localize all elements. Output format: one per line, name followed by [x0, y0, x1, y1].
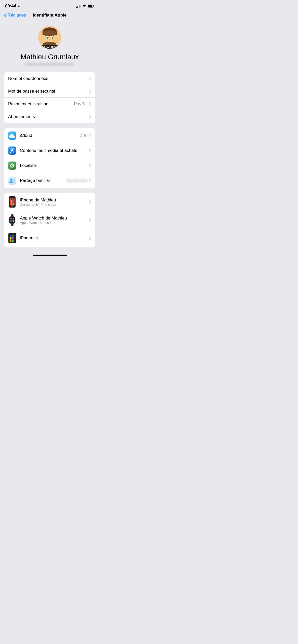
- svg-point-41: [10, 220, 12, 222]
- family-icon: [8, 177, 16, 185]
- svg-point-16: [57, 36, 60, 41]
- changer-label: CHANGER: [38, 45, 61, 49]
- home-indicator-bar: [33, 255, 67, 256]
- signal-bar-2: [77, 6, 78, 8]
- signal-bar-3: [79, 5, 79, 8]
- devices-settings-group: iPhone de Mathieu Cet appareil (iPhone 1…: [4, 193, 95, 247]
- svg-point-40: [13, 218, 14, 219]
- chevron-right-icon: [89, 218, 91, 222]
- chevron-right-icon: [89, 115, 91, 119]
- signal-bars: [76, 5, 81, 8]
- iphone-row[interactable]: iPhone de Mathieu Cet appareil (iPhone 1…: [4, 193, 95, 211]
- paiement-value: PayPal: [74, 101, 88, 107]
- svg-rect-30: [11, 203, 12, 205]
- svg-rect-31: [12, 203, 14, 205]
- profile-email: mathieu.grumiaux@icloud.com: [25, 62, 74, 66]
- chevron-right-icon: [89, 200, 91, 204]
- svg-point-15: [39, 36, 43, 41]
- svg-point-53: [12, 242, 13, 243]
- nom-row[interactable]: Nom et coordonnées: [4, 72, 95, 85]
- watch-svg: [8, 214, 16, 226]
- watch-row[interactable]: Apple Watch de Mathieu Apple Watch Serie…: [4, 211, 95, 229]
- svg-point-19: [12, 165, 13, 166]
- contenu-label: Contenu multimédia et achats: [20, 148, 89, 153]
- profile-section: CHANGER Mathieu Grumiaux mathieu.grumiau…: [0, 21, 99, 72]
- svg-rect-43: [12, 219, 13, 221]
- paiement-label: Paiement et livraison: [8, 101, 74, 107]
- svg-rect-35: [11, 224, 13, 226]
- svg-rect-33: [12, 197, 13, 197]
- family-svg: [9, 178, 15, 183]
- chevron-right-icon: [89, 149, 91, 152]
- iphone-sublabel: Cet appareil (iPhone 12): [20, 203, 89, 207]
- back-label: Réglages: [8, 13, 26, 18]
- iphone-text-group: iPhone de Mathieu Cet appareil (iPhone 1…: [20, 198, 89, 207]
- svg-rect-29: [12, 200, 14, 202]
- svg-point-42: [13, 220, 14, 222]
- chevron-right-icon: [89, 164, 91, 167]
- svg-rect-1: [94, 6, 94, 7]
- chevron-right-icon: [89, 77, 91, 80]
- svg-point-12: [52, 38, 53, 38]
- localiser-label: Localiser: [20, 163, 89, 168]
- svg-rect-47: [10, 235, 12, 237]
- services-settings-group: iCloud 2 To Contenu multimédia et achats: [4, 128, 95, 188]
- chevron-right-icon: [89, 179, 91, 182]
- contenu-row[interactable]: Contenu multimédia et achats: [4, 143, 95, 158]
- famille-value: blur text here: [67, 179, 88, 183]
- findmy-svg: [9, 163, 15, 168]
- home-indicator: [0, 252, 99, 257]
- account-settings-group: Nom et coordonnées Mot de passe et sécur…: [4, 72, 95, 123]
- chevron-right-icon: [89, 102, 91, 106]
- iphone-svg: [9, 196, 16, 208]
- icloud-value: 2 To: [79, 133, 88, 138]
- ipad-device-icon: [8, 232, 16, 244]
- profile-name: Mathieu Grumiaux: [21, 53, 79, 61]
- signal-bar-1: [76, 7, 77, 8]
- chevron-right-icon: [89, 134, 91, 137]
- page-title: Identifiant Apple: [33, 13, 67, 18]
- status-time: 09:44: [5, 4, 20, 9]
- signal-bar-4: [80, 5, 81, 8]
- abonnements-row[interactable]: Abonnements: [4, 110, 95, 123]
- svg-rect-49: [10, 237, 12, 239]
- motdepasse-label: Mot de passe et sécurité: [8, 89, 89, 94]
- svg-rect-50: [12, 237, 14, 239]
- chevron-left-icon: [4, 13, 7, 17]
- appstore-svg: [9, 148, 15, 153]
- location-icon: [17, 5, 20, 8]
- svg-rect-26: [11, 198, 12, 200]
- appstore-icon: [8, 147, 16, 155]
- famille-row[interactable]: Partage familial blur text here: [4, 173, 95, 188]
- svg-rect-28: [11, 200, 12, 202]
- motdepasse-row[interactable]: Mot de passe et sécurité: [4, 85, 95, 98]
- paiement-row[interactable]: Paiement et livraison PayPal: [4, 98, 95, 110]
- back-button[interactable]: Réglages: [4, 13, 26, 18]
- nav-bar: Réglages Identifiant Apple: [0, 11, 99, 21]
- status-icons: [76, 5, 94, 8]
- watch-text-group: Apple Watch de Mathieu Apple Watch Serie…: [20, 216, 89, 225]
- time-display: 09:44: [5, 4, 16, 9]
- ipad-text-group: iPad mini: [20, 236, 89, 241]
- icloud-label: iCloud: [20, 133, 79, 138]
- iphone-label: iPhone de Mathieu: [20, 198, 89, 203]
- chevron-right-icon: [89, 90, 91, 93]
- status-bar: 09:44: [0, 0, 99, 11]
- ipad-row[interactable]: iPad mini: [4, 229, 95, 247]
- svg-point-11: [47, 38, 48, 38]
- findmy-icon: [8, 162, 16, 170]
- wifi-icon: [82, 5, 86, 8]
- svg-rect-34: [11, 214, 13, 216]
- avatar-container[interactable]: CHANGER: [38, 26, 61, 49]
- watch-label: Apple Watch de Mathieu: [20, 216, 89, 221]
- svg-rect-52: [12, 240, 14, 242]
- abonnements-label: Abonnements: [8, 114, 89, 119]
- avatar: CHANGER: [38, 26, 61, 49]
- localiser-row[interactable]: Localiser: [4, 158, 95, 173]
- svg-point-39: [10, 218, 12, 219]
- icloud-row[interactable]: iCloud 2 To: [4, 128, 95, 143]
- svg-rect-32: [11, 206, 13, 207]
- famille-label: Partage familial: [20, 178, 67, 183]
- nom-label: Nom et coordonnées: [8, 76, 89, 81]
- icloud-icon: [8, 131, 16, 140]
